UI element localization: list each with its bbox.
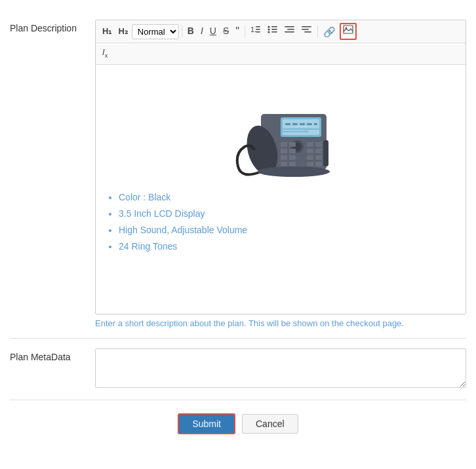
plan-metadata-content [95, 348, 466, 390]
svg-rect-42 [315, 155, 322, 160]
underline-button[interactable]: U [207, 24, 219, 39]
svg-rect-38 [315, 149, 322, 153]
svg-rect-12 [285, 31, 294, 33]
svg-rect-14 [302, 29, 309, 30]
svg-point-6 [268, 31, 269, 33]
svg-rect-27 [283, 128, 319, 130]
help-text-part1: Enter a short description about the [95, 318, 228, 328]
editor-body[interactable]: Color : Black 3.5 Inch LCD Display High … [96, 65, 466, 314]
quote-button[interactable]: " [233, 23, 242, 40]
feature-item-2: 3.5 Inch LCD Display [119, 206, 247, 222]
svg-text:1.: 1. [250, 26, 256, 33]
svg-rect-37 [307, 149, 313, 153]
svg-rect-25 [307, 123, 312, 125]
svg-rect-33 [307, 142, 313, 147]
svg-rect-9 [271, 31, 277, 33]
svg-rect-21 [283, 119, 319, 135]
svg-rect-8 [271, 29, 277, 30]
insert-image-button[interactable] [340, 23, 357, 40]
svg-rect-26 [314, 123, 317, 125]
svg-point-5 [268, 29, 269, 31]
bold-button[interactable]: B [185, 24, 197, 39]
feature-list: Color : Black 3.5 Inch LCD Display High … [106, 189, 247, 255]
phone-image [222, 75, 340, 179]
plan-metadata-input[interactable] [95, 348, 466, 388]
rich-text-editor: H₁ H₂ Normal B I U S " 1. [95, 20, 466, 314]
plan-description-row: Plan Description H₁ H₂ Normal B I U S " … [10, 10, 466, 339]
plan-metadata-row: Plan MetaData [10, 339, 466, 400]
plan-description-help: Enter a short description about the plan… [95, 318, 466, 328]
svg-rect-15 [304, 31, 311, 33]
indent-decrease-button[interactable] [282, 24, 298, 39]
svg-rect-10 [285, 26, 294, 28]
plan-description-content: H₁ H₂ Normal B I U S " 1. [95, 20, 466, 328]
link-button[interactable]: 🔗 [321, 24, 338, 40]
svg-rect-41 [307, 155, 313, 160]
svg-rect-47 [323, 140, 328, 166]
svg-rect-36 [289, 149, 296, 153]
submit-button[interactable]: Submit [178, 413, 235, 434]
svg-rect-13 [302, 26, 311, 28]
svg-rect-35 [281, 149, 287, 153]
svg-rect-46 [315, 162, 322, 166]
format-select[interactable]: Normal [132, 24, 179, 39]
editor-toolbar-row2: Ix [96, 43, 466, 64]
svg-rect-1 [256, 26, 260, 28]
svg-rect-3 [256, 31, 260, 33]
toolbar-sep-2 [245, 26, 245, 37]
h1-button[interactable]: H₁ [100, 24, 114, 39]
indent-increase-button[interactable] [299, 24, 315, 39]
help-text-link: plan [228, 318, 244, 328]
cancel-button[interactable]: Cancel [242, 414, 298, 434]
svg-rect-45 [307, 162, 313, 166]
svg-point-4 [268, 26, 269, 28]
help-text-part3: . This will be shown on the checkout pag… [244, 318, 404, 328]
svg-rect-40 [289, 155, 296, 160]
toolbar-sep-3 [317, 26, 318, 37]
feature-item-4: 24 Ring Tones [119, 238, 247, 255]
h2-button[interactable]: H₂ [115, 24, 130, 39]
toolbar-sep-1 [182, 26, 182, 37]
ordered-list-button[interactable]: 1. [248, 24, 264, 39]
feature-item-1: Color : Black [119, 189, 247, 206]
feature-item-3: High Sound, Adjustable Volume [119, 222, 247, 238]
svg-rect-34 [315, 142, 322, 147]
svg-rect-32 [289, 142, 296, 147]
svg-rect-22 [285, 123, 290, 125]
svg-rect-31 [281, 142, 287, 147]
strikethrough-button[interactable]: S [220, 24, 231, 39]
svg-rect-2 [256, 29, 260, 30]
svg-point-48 [258, 166, 330, 177]
plan-metadata-label: Plan MetaData [10, 348, 95, 362]
svg-rect-39 [281, 155, 287, 160]
svg-rect-44 [289, 162, 296, 166]
svg-rect-11 [287, 29, 294, 30]
form-footer: Submit Cancel [10, 400, 466, 447]
clear-format-button[interactable]: Ix [100, 45, 110, 61]
svg-rect-43 [281, 162, 287, 166]
editor-toolbar: H₁ H₂ Normal B I U S " 1. [96, 20, 466, 43]
svg-rect-23 [292, 123, 298, 125]
svg-rect-7 [271, 26, 277, 28]
editor-content: Color : Black 3.5 Inch LCD Display High … [106, 75, 456, 255]
italic-button[interactable]: I [198, 24, 206, 39]
svg-rect-24 [300, 123, 305, 125]
unordered-list-button[interactable] [265, 24, 281, 39]
plan-description-label: Plan Description [10, 20, 95, 33]
svg-rect-28 [283, 131, 309, 132]
